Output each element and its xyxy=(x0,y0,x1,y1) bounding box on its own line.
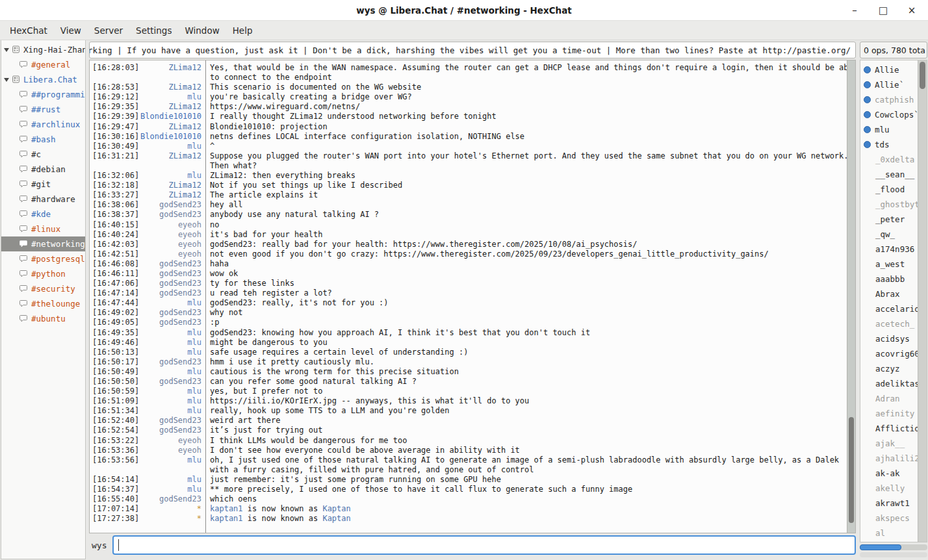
nick[interactable]: godSend23 xyxy=(140,426,205,435)
nick[interactable]: mlu xyxy=(140,348,205,357)
user-item[interactable]: acovrig60 xyxy=(860,346,918,361)
nick[interactable]: mlu xyxy=(140,298,205,307)
user-item[interactable]: aczyz xyxy=(860,361,918,376)
nick[interactable]: eyeoh xyxy=(140,240,205,249)
channel-item--thelounge[interactable]: #thelounge xyxy=(1,296,85,311)
nick[interactable]: ZLima12 xyxy=(140,181,205,190)
user-item[interactable]: accelario xyxy=(860,301,918,316)
channel-item--bash[interactable]: #bash xyxy=(1,132,85,147)
user-item[interactable]: ajhalili2 xyxy=(860,451,918,466)
nick[interactable]: godSend23 xyxy=(140,318,205,327)
user-item[interactable]: _peter xyxy=(860,212,918,227)
user-item[interactable]: mlu xyxy=(860,122,918,137)
menu-help[interactable]: Help xyxy=(226,23,259,38)
user-item[interactable]: a_west xyxy=(860,257,918,272)
channel-item--postgresql[interactable]: #postgresql xyxy=(1,251,85,266)
userlist-scrollbar[interactable] xyxy=(918,60,927,542)
user-item[interactable]: al xyxy=(860,526,918,541)
nick[interactable]: eyeoh xyxy=(140,220,205,229)
user-item[interactable]: __sean__ xyxy=(860,167,918,182)
channel-item--security[interactable]: #security xyxy=(1,281,85,296)
nick[interactable]: ZLima12 xyxy=(140,83,205,92)
expander-icon[interactable] xyxy=(4,78,9,82)
channel-item--kde[interactable]: #kde xyxy=(1,207,85,222)
nick[interactable]: godSend23 xyxy=(140,494,205,503)
channel-item--c[interactable]: #c xyxy=(1,147,85,162)
user-item[interactable]: _flood xyxy=(860,182,918,197)
user-item[interactable]: akelly xyxy=(860,481,918,496)
nick[interactable]: eyeoh xyxy=(140,436,205,445)
userlist-hscrollbar[interactable] xyxy=(860,544,927,550)
user-item[interactable]: adeliktas xyxy=(860,376,918,391)
channel-item--networking[interactable]: #networking xyxy=(1,236,85,251)
nick[interactable]: mlu xyxy=(140,455,205,465)
nick[interactable]: godSend23 xyxy=(140,288,205,298)
user-item[interactable]: aefinity xyxy=(860,406,918,421)
nick[interactable]: mlu xyxy=(140,406,205,415)
user-item[interactable]: acidsys xyxy=(860,331,918,346)
menu-settings[interactable]: Settings xyxy=(129,23,178,38)
nick[interactable]: * xyxy=(140,514,205,523)
maximize-button[interactable]: □ xyxy=(873,2,893,19)
nick[interactable]: godSend23 xyxy=(140,279,205,288)
nick[interactable]: godSend23 xyxy=(140,308,205,317)
user-item[interactable]: aaabbb xyxy=(860,272,918,286)
nick[interactable]: godSend23 xyxy=(140,377,205,386)
nick[interactable]: * xyxy=(140,504,205,513)
nick[interactable]: ZLima12 xyxy=(140,151,205,160)
close-button[interactable]: × xyxy=(902,2,922,19)
user-item[interactable]: _ghostbyt xyxy=(860,197,918,212)
nick[interactable]: eyeoh xyxy=(140,249,205,259)
nick[interactable]: mlu xyxy=(140,92,205,101)
user-item[interactable]: Cowclops` xyxy=(860,107,918,122)
channel-item--git[interactable]: #git xyxy=(1,177,85,192)
userlist-hscrollbar-thumb[interactable] xyxy=(860,544,901,550)
mentioned-nick[interactable]: Kaptan xyxy=(322,514,350,523)
nick[interactable]: mlu xyxy=(140,396,205,405)
chat-scrollbar-thumb[interactable] xyxy=(849,417,854,524)
nick[interactable]: mlu xyxy=(140,338,205,347)
nick[interactable]: mlu xyxy=(140,328,205,337)
minimize-button[interactable]: – xyxy=(845,2,864,19)
nick[interactable]: ZLima12 xyxy=(140,63,205,72)
nick[interactable]: ZLima12 xyxy=(140,122,205,131)
channel-item--linux[interactable]: #linux xyxy=(1,222,85,236)
channel-item--archlinux[interactable]: #archlinux xyxy=(1,117,85,132)
nick[interactable]: Blondie101010 xyxy=(140,112,205,121)
message-input[interactable] xyxy=(114,537,855,554)
menu-server[interactable]: Server xyxy=(88,23,129,38)
mentioned-nick[interactable]: kaptan1 xyxy=(210,514,243,523)
user-item[interactable]: Allie` xyxy=(860,77,918,92)
nick[interactable]: mlu xyxy=(140,475,205,484)
channel-item--general[interactable]: #general xyxy=(1,57,85,72)
user-item[interactable]: a174n936 xyxy=(860,242,918,257)
chat-scrollbar[interactable] xyxy=(847,60,855,533)
nick[interactable]: eyeoh xyxy=(140,230,205,239)
channel-item--python[interactable]: #python xyxy=(1,266,85,281)
nick[interactable]: mlu xyxy=(140,171,205,180)
menu-window[interactable]: Window xyxy=(178,23,226,38)
nick[interactable]: godSend23 xyxy=(140,210,205,219)
user-item[interactable]: Adran xyxy=(860,391,918,406)
nick[interactable]: godSend23 xyxy=(140,200,205,209)
nick[interactable]: godSend23 xyxy=(140,416,205,425)
nick[interactable]: godSend23 xyxy=(140,357,205,366)
nick[interactable]: eyeoh xyxy=(140,446,205,455)
nick[interactable]: mlu xyxy=(140,142,205,151)
user-item[interactable]: _qw_ xyxy=(860,227,918,242)
user-item[interactable]: ak-ak xyxy=(860,466,918,481)
server-item-libera-chat[interactable]: Libera.Chat xyxy=(1,72,85,87)
channel-item--debian[interactable]: #debian xyxy=(1,162,85,177)
userlist-hscrollbar-track[interactable] xyxy=(860,552,927,557)
nick[interactable]: Blondie101010 xyxy=(140,132,205,141)
user-item[interactable]: akspecs xyxy=(860,511,918,526)
user-item[interactable]: acetech_ xyxy=(860,316,918,331)
user-item[interactable]: catphish xyxy=(860,92,918,107)
mentioned-nick[interactable]: Kaptan xyxy=(322,504,350,513)
nick[interactable]: ZLima12 xyxy=(140,190,205,199)
nick[interactable]: ZLima12 xyxy=(140,102,205,111)
user-item[interactable]: akrawt1 xyxy=(860,496,918,511)
user-item[interactable]: _0xdelta xyxy=(860,152,918,167)
channel-item--rust[interactable]: ##rust xyxy=(1,102,85,117)
mentioned-nick[interactable]: kaptan1 xyxy=(210,504,243,513)
